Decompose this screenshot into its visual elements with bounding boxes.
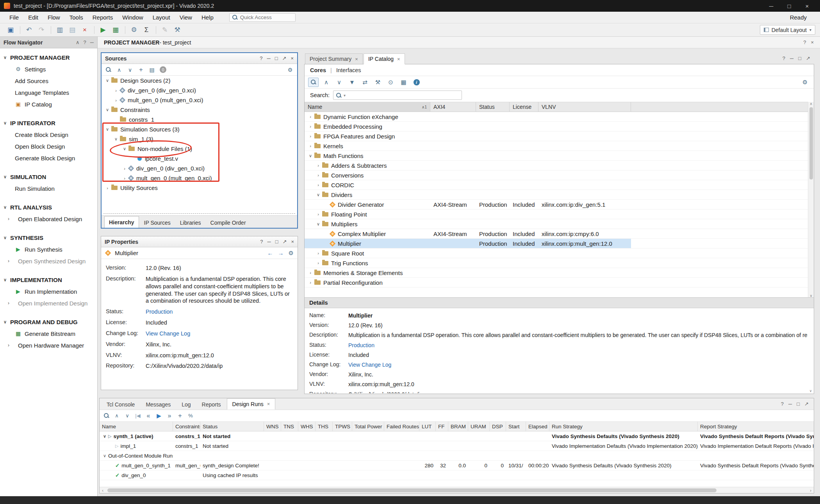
close-button[interactable]: × xyxy=(798,3,816,9)
customize-icon[interactable]: ⚒ xyxy=(373,78,383,87)
float-icon[interactable]: ↗ xyxy=(806,55,810,61)
collapse-icon[interactable]: ∨ xyxy=(101,453,108,458)
column-header-constraints[interactable]: Constraints xyxy=(173,422,200,431)
tree-row[interactable]: ∨sim_1 (3) xyxy=(102,134,297,144)
tree-row[interactable]: ∨Non-module Files (1) xyxy=(102,144,297,154)
column-header-tns[interactable]: TNS xyxy=(281,422,298,431)
help-icon[interactable]: ? xyxy=(783,55,785,61)
expand-icon[interactable]: › xyxy=(307,114,314,119)
property-link[interactable]: View Change Log xyxy=(348,361,808,368)
expand-icon[interactable]: › xyxy=(315,212,322,217)
collapse-icon[interactable]: ∨ xyxy=(315,192,322,197)
sidebar-item-add-sources[interactable]: Add Sources xyxy=(0,75,97,87)
close-icon[interactable]: × xyxy=(291,239,294,245)
catalog-row[interactable]: ∨Dividers xyxy=(305,190,814,200)
column-header-name[interactable]: Name∧1 xyxy=(305,102,430,112)
collapse-icon[interactable]: ∨ xyxy=(104,127,111,132)
tree-row[interactable]: ipcore_test.v xyxy=(102,154,297,163)
tree-row[interactable]: ›Utility Sources xyxy=(102,183,297,193)
info-icon[interactable]: i xyxy=(411,78,422,87)
gear-icon[interactable]: ⚙ xyxy=(800,78,810,87)
tree-row[interactable]: constrs_1 xyxy=(102,115,297,124)
menu-flow[interactable]: Flow xyxy=(43,12,65,23)
flow-section-ip-integrator[interactable]: ∨IP INTEGRATOR xyxy=(0,117,97,129)
minimize-icon[interactable]: ─ xyxy=(790,55,793,61)
add-icon[interactable]: + xyxy=(177,412,183,420)
column-header-failed-routes[interactable]: Failed Routes xyxy=(384,422,419,431)
catalog-row[interactable]: ›Dynamic Function eXchange xyxy=(305,112,814,122)
flow-section-rtl-analysis[interactable]: ∨RTL ANALYSIS xyxy=(0,201,97,213)
menu-window[interactable]: Window xyxy=(118,12,148,23)
compare-icon[interactable]: ⇄ xyxy=(360,78,370,87)
expand-icon[interactable]: › xyxy=(112,98,119,103)
column-header-wns[interactable]: WNS xyxy=(264,422,281,431)
filter-icon[interactable]: ▼ xyxy=(347,78,357,87)
expand-icon[interactable]: › xyxy=(121,166,128,171)
tree-row[interactable]: ›mult_gen_0 (mult_gen_0.xci) xyxy=(102,95,297,105)
gear-icon[interactable]: ⚙ xyxy=(289,250,294,257)
maximize-icon[interactable]: □ xyxy=(798,55,801,61)
fast-forward-icon[interactable]: » xyxy=(166,412,173,419)
expand-all-icon[interactable]: ∨ xyxy=(124,413,130,419)
menu-tools[interactable]: Tools xyxy=(65,12,88,23)
flow-section-implementation[interactable]: ∨IMPLEMENTATION xyxy=(0,274,97,286)
minimize-icon[interactable]: ─ xyxy=(267,55,270,61)
minimize-icon[interactable]: ─ xyxy=(267,239,271,245)
catalog-row[interactable]: ›Embedded Processing xyxy=(305,122,814,131)
column-header-status[interactable]: Status xyxy=(200,422,264,431)
sidebar-item-settings[interactable]: ⚙Settings xyxy=(0,63,97,75)
catalog-row[interactable]: ∨Multipliers xyxy=(305,219,814,229)
close-tab-icon[interactable]: × xyxy=(397,56,400,62)
catalog-row[interactable]: ›Memories & Storage Elements xyxy=(305,268,814,278)
play-icon[interactable]: ▶ xyxy=(156,412,162,419)
paste-icon[interactable]: ▤ xyxy=(66,25,78,35)
expand-icon[interactable]: › xyxy=(315,251,322,256)
catalog-row[interactable]: MultiplierProductionIncludedxilinx.com:i… xyxy=(305,239,814,248)
close-tab-icon[interactable]: × xyxy=(267,401,270,407)
design-run-row[interactable]: ∨Out-of-Context Module Runs xyxy=(100,451,814,461)
save-icon[interactable]: ▣ xyxy=(5,25,16,35)
cancel-icon[interactable]: × xyxy=(79,25,91,35)
column-header-run-strategy[interactable]: Run Strategy xyxy=(549,422,698,431)
maximize-icon[interactable]: □ xyxy=(275,55,278,61)
column-header-whs[interactable]: WHS xyxy=(298,422,316,431)
design-run-row[interactable]: ▷impl_1constrs_1Not startedVivado Implem… xyxy=(100,441,814,451)
column-header-start[interactable]: Start xyxy=(506,422,526,431)
gear-icon[interactable]: ⚙ xyxy=(287,67,293,73)
tree-row[interactable]: ›mult_gen_0 (mult_gen_0.xci) xyxy=(102,173,297,183)
expand-icon[interactable]: › xyxy=(112,88,119,93)
sidebar-item-ip-catalog[interactable]: ▣IP Catalog xyxy=(0,98,97,110)
expand-icon[interactable]: › xyxy=(307,134,314,138)
redo-icon[interactable]: ↷ xyxy=(36,25,47,35)
tab-tcl-console[interactable]: Tcl Console xyxy=(102,399,140,410)
minimize-icon[interactable]: ─ xyxy=(90,39,94,45)
expand-icon[interactable]: › xyxy=(104,186,111,190)
minimize-button[interactable]: ─ xyxy=(762,3,780,9)
catalog-row[interactable]: ›Floating Point xyxy=(305,209,814,219)
design-run-row[interactable]: ✓mult_gen_0_synth_1mult_gen_0synth_desig… xyxy=(100,461,814,470)
file-icon[interactable]: ▤ xyxy=(149,67,155,73)
sidebar-item-run-implementation[interactable]: ▶Run Implementation xyxy=(0,286,97,297)
tab-messages[interactable]: Messages xyxy=(141,399,176,410)
catalog-search-box[interactable]: ▾ xyxy=(333,91,462,100)
horizontal-scrollbar[interactable]: ‹ › xyxy=(100,487,814,493)
expand-all-icon[interactable]: ∨ xyxy=(334,78,344,87)
settings-icon[interactable]: ⚙ xyxy=(128,25,140,35)
search-icon[interactable] xyxy=(105,67,111,73)
sidebar-item-generate-block-design[interactable]: Generate Block Design xyxy=(0,152,97,164)
sidebar-item-open-elaborated-design[interactable]: ›Open Elaborated Design xyxy=(0,213,97,225)
tree-row[interactable]: ›div_gen_0 (div_gen_0.xci) xyxy=(102,85,297,95)
tab-hierarchy[interactable]: Hierarchy xyxy=(104,216,139,228)
tab-cores[interactable]: Cores xyxy=(310,67,326,73)
catalog-row[interactable]: ›Conversions xyxy=(305,170,814,180)
column-header-uram[interactable]: URAM xyxy=(468,422,490,431)
float-icon[interactable]: ↗ xyxy=(804,401,809,407)
forward-icon[interactable]: → xyxy=(278,250,284,257)
edit-icon[interactable]: ✎ xyxy=(159,25,171,35)
column-header-ths[interactable]: THS xyxy=(316,422,333,431)
expand-icon[interactable]: › xyxy=(315,163,322,168)
column-header-dsp[interactable]: DSP xyxy=(490,422,506,431)
flow-section-simulation[interactable]: ∨SIMULATION xyxy=(0,171,97,183)
target-icon[interactable]: ⊙ xyxy=(385,78,396,87)
collapse-all-icon[interactable]: ∧ xyxy=(116,67,122,73)
